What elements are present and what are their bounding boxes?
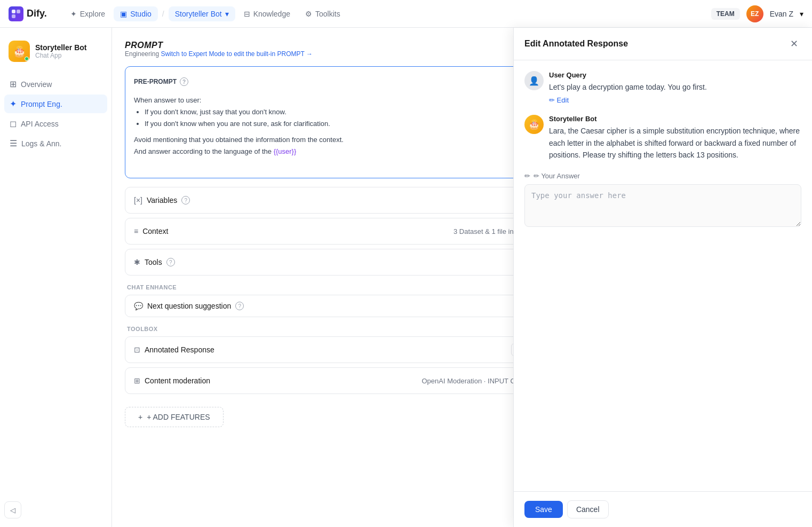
modal-footer: Save Cancel <box>514 491 812 527</box>
next-question-help-icon[interactable]: ? <box>235 302 244 310</box>
app-info: 🎂 Storyteller Bot Chat App <box>4 36 107 66</box>
nav-toolkits[interactable]: ⚙ Toolkits <box>299 6 347 21</box>
sidebar-item-logs[interactable]: ☰ Logs & Ann. <box>4 134 107 153</box>
nav-storyteller-bot[interactable]: Storyteller Bot ▾ <box>169 6 235 21</box>
collapse-sidebar-button[interactable]: ◁ <box>4 501 21 518</box>
your-answer-label: ✏ ✏ Your Answer <box>524 172 801 180</box>
edit-query-link[interactable]: ✏ Edit <box>549 96 801 104</box>
user-query-section: 👤 User Query Let's play a decryption gam… <box>524 71 801 104</box>
avatar: EZ <box>746 5 763 22</box>
user-query-row: 👤 User Query Let's play a decryption gam… <box>524 71 801 104</box>
modal-close-button[interactable]: ✕ <box>786 36 801 51</box>
user-name: Evan Z <box>770 10 793 18</box>
your-answer-section: ✏ ✏ Your Answer <box>524 172 801 229</box>
sidebar: 🎂 Storyteller Bot Chat App ⊞ Overview ✦ … <box>0 28 112 527</box>
sidebar-nav: ⊞ Overview ✦ Prompt Eng. ◻ API Access ☰ … <box>4 75 107 153</box>
bot-text: Lara, the Caesar cipher is a simple subs… <box>549 125 801 161</box>
top-navigation: Dify. ✦ Explore ▣ Studio / Storyteller B… <box>0 0 812 28</box>
chevron-down-icon: ▾ <box>225 10 229 18</box>
sidebar-item-prompt-eng[interactable]: ✦ Prompt Eng. <box>4 95 107 113</box>
svg-rect-0 <box>12 10 15 13</box>
modal-body: 👤 User Query Let's play a decryption gam… <box>514 60 812 491</box>
svg-rect-2 <box>12 14 15 18</box>
nav-knowledge[interactable]: ⊟ Knowledge <box>237 6 297 21</box>
context-icon: ≡ <box>134 227 138 235</box>
nav-divider: / <box>162 10 164 18</box>
answer-input[interactable] <box>524 184 801 227</box>
user-query-text: Let's play a decryption game today. You … <box>549 81 801 93</box>
modal-header: Edit Annotated Response ✕ <box>514 28 812 60</box>
bot-label: Storyteller Bot <box>549 115 801 123</box>
bot-response-section: 🎂 Storyteller Bot Lara, the Caesar ciphe… <box>524 115 801 161</box>
modal-title: Edit Annotated Response <box>524 39 628 49</box>
nav-explore[interactable]: ✦ Explore <box>64 6 112 21</box>
add-features-button[interactable]: + + ADD FEATURES <box>125 407 224 427</box>
pencil-icon: ✏ <box>524 172 530 180</box>
sidebar-item-overview[interactable]: ⊞ Overview <box>4 75 107 93</box>
user-chevron-icon: ▾ <box>800 10 803 18</box>
save-button[interactable]: Save <box>524 501 563 518</box>
svg-rect-1 <box>17 10 20 13</box>
edit-annotated-response-modal: Edit Annotated Response ✕ 👤 User Query L… <box>513 28 812 527</box>
query-content: User Query Let's play a decryption game … <box>549 71 801 104</box>
knowledge-icon: ⊟ <box>244 10 250 18</box>
tools-help-icon[interactable]: ? <box>166 258 175 266</box>
logo[interactable]: Dify. <box>9 6 47 21</box>
annotated-response-icon: ⊡ <box>134 345 140 354</box>
app-type: Chat App <box>35 52 86 59</box>
variables-icon: [×] <box>134 196 142 204</box>
prompt-icon: ✦ <box>10 99 17 109</box>
nav-items: ✦ Explore ▣ Studio / Storyteller Bot ▾ ⊟… <box>64 6 711 21</box>
bot-avatar: 🎂 <box>524 115 544 134</box>
app-status-dot <box>25 57 29 61</box>
pre-prompt-label: PRE-PROMPT ? <box>134 77 188 86</box>
bot-content: Storyteller Bot Lara, the Caesar cipher … <box>549 115 801 161</box>
nav-studio[interactable]: ▣ Studio <box>114 6 158 21</box>
tools-icon: ✱ <box>134 258 140 266</box>
app-name: Storyteller Bot <box>35 43 86 52</box>
toolkits-icon: ⚙ <box>305 10 312 18</box>
api-icon: ◻ <box>10 119 17 129</box>
studio-icon: ▣ <box>120 10 127 18</box>
logs-icon: ☰ <box>10 138 17 148</box>
variables-help-icon[interactable]: ? <box>181 196 190 204</box>
bot-row: 🎂 Storyteller Bot Lara, the Caesar ciphe… <box>524 115 801 161</box>
explore-icon: ✦ <box>70 10 77 18</box>
plus-icon: + <box>138 413 142 421</box>
content-moderation-icon: ⊞ <box>134 376 140 385</box>
variable-user: {{user}} <box>274 147 297 155</box>
nav-right: TEAM EZ Evan Z ▾ <box>711 5 803 22</box>
next-question-icon: 💬 <box>134 302 143 310</box>
switch-mode-link[interactable]: Switch to Expert Mode to edit the built-… <box>161 50 313 58</box>
user-avatar: 👤 <box>524 71 544 90</box>
pre-prompt-help-icon[interactable]: ? <box>180 77 188 86</box>
user-query-label: User Query <box>549 71 801 79</box>
logo-icon <box>9 6 23 21</box>
cancel-button[interactable]: Cancel <box>567 500 609 518</box>
sidebar-item-api-access[interactable]: ◻ API Access <box>4 114 107 133</box>
overview-icon: ⊞ <box>10 79 17 89</box>
app-icon: 🎂 <box>9 41 30 62</box>
team-badge: TEAM <box>711 8 740 20</box>
